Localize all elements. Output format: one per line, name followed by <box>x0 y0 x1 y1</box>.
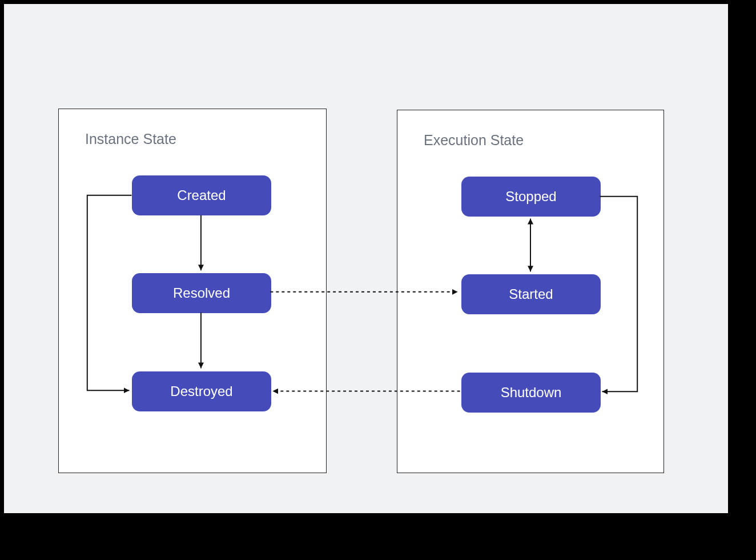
state-shutdown: Shutdown <box>461 373 601 413</box>
state-destroyed-label: Destroyed <box>170 383 232 399</box>
edge-created-destroyed <box>87 195 132 391</box>
state-started: Started <box>461 274 601 314</box>
edge-stopped-shutdown <box>600 197 637 392</box>
state-resolved: Resolved <box>132 273 271 313</box>
state-shutdown-label: Shutdown <box>501 385 562 401</box>
state-stopped: Stopped <box>461 177 601 217</box>
execution-state-title: Execution State <box>424 132 524 149</box>
state-destroyed: Destroyed <box>132 371 271 411</box>
instance-state-title: Instance State <box>85 131 176 147</box>
state-created: Created <box>132 175 271 215</box>
diagram-canvas: Instance State Created Resolved Destroye… <box>3 3 729 514</box>
state-stopped-label: Stopped <box>505 189 556 205</box>
state-started-label: Started <box>509 286 553 302</box>
state-created-label: Created <box>177 187 226 203</box>
instance-state-panel: Instance State Created Resolved Destroye… <box>58 109 327 473</box>
state-resolved-label: Resolved <box>173 285 230 301</box>
execution-state-panel: Execution State Stopped Started Shutdown <box>397 110 664 473</box>
